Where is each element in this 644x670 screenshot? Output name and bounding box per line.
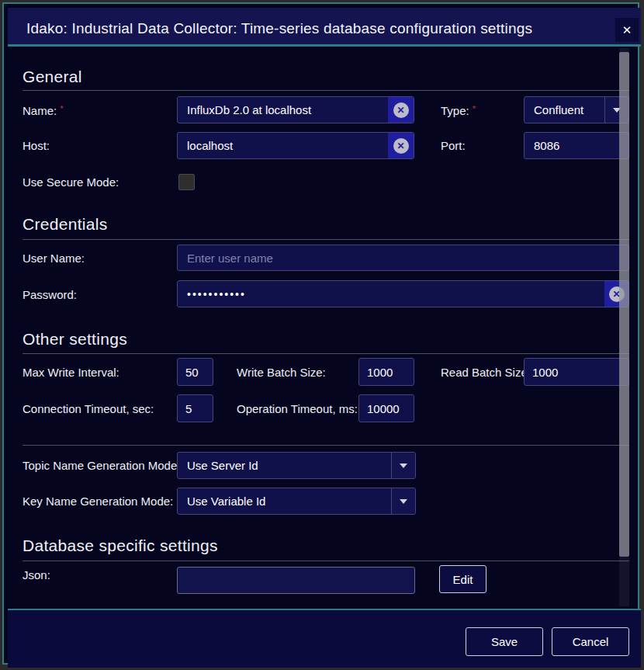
section-divider [23, 445, 629, 446]
max-write-interval-input[interactable] [178, 359, 213, 385]
connection-timeout-field[interactable] [177, 394, 213, 422]
max-write-interval-field[interactable] [177, 358, 213, 386]
operation-timeout-input[interactable] [359, 395, 414, 422]
operation-timeout-field[interactable] [358, 394, 414, 422]
port-input[interactable] [525, 133, 628, 158]
host-field[interactable]: ✕ [177, 132, 414, 159]
name-field[interactable]: ✕ [177, 96, 414, 123]
port-label: Port: [441, 139, 466, 152]
topic-mode-label: Topic Name Generation Mode: [23, 459, 180, 472]
connection-timeout-input[interactable] [178, 395, 213, 422]
cancel-button[interactable]: Cancel [552, 627, 629, 656]
chevron-down-icon [400, 463, 407, 468]
section-heading-credentials: Credentials [23, 215, 108, 234]
password-field[interactable]: ••••••••••• ✕ [177, 280, 629, 307]
write-batch-size-field[interactable] [358, 358, 414, 386]
json-label: Json: [23, 568, 50, 581]
type-dropdown-value: Confluent [525, 97, 604, 123]
heading-rule [23, 239, 629, 240]
close-button[interactable]: ✕ [615, 18, 639, 42]
cancel-button-label: Cancel [573, 635, 609, 648]
write-batch-size-input[interactable] [359, 359, 414, 385]
topic-mode-arrow-button[interactable] [391, 453, 415, 478]
read-batch-size-label: Read Batch Size: [441, 366, 531, 379]
port-field[interactable] [524, 132, 629, 159]
write-batch-size-label: Write Batch Size: [237, 366, 326, 379]
clear-icon: ✕ [393, 138, 409, 154]
json-input[interactable] [178, 568, 414, 593]
chevron-down-icon [400, 499, 407, 504]
key-mode-dropdown[interactable]: Use Variable Id [177, 488, 416, 515]
required-asterisk: * [60, 104, 63, 113]
read-batch-size-field[interactable] [524, 358, 629, 386]
title-bar: Idako: Industrial Data Collector: Time-s… [8, 8, 641, 44]
host-input[interactable] [178, 133, 388, 158]
key-mode-arrow-button[interactable] [391, 488, 415, 514]
heading-rule [23, 353, 629, 354]
section-heading-db-specific: Database specific settings [23, 536, 218, 555]
dialog-window: Idako: Industrial Data Collector: Time-s… [2, 2, 639, 665]
operation-timeout-label: Operation Timeout, ms: [237, 402, 358, 415]
section-heading-other-settings: Other settings [23, 330, 127, 349]
close-icon: ✕ [622, 23, 632, 37]
username-label: User Name: [23, 252, 85, 265]
type-label: Type:* [441, 104, 476, 117]
read-batch-size-input[interactable] [525, 359, 628, 385]
host-label: Host: [23, 139, 50, 152]
edit-button[interactable]: Edit [439, 565, 486, 593]
dialog-footer [8, 609, 641, 668]
type-dropdown[interactable]: Confluent [524, 96, 629, 123]
type-label-text: Type: [441, 104, 469, 117]
username-field[interactable] [177, 245, 629, 271]
max-write-interval-label: Max Write Interval: [23, 366, 119, 379]
section-heading-general: General [23, 68, 82, 86]
save-button-label: Save [491, 635, 518, 648]
host-clear-button[interactable]: ✕ [388, 133, 414, 158]
required-asterisk: * [473, 104, 476, 113]
secure-mode-checkbox[interactable] [178, 174, 195, 190]
screen: Idako: Industrial Data Collector: Time-s… [0, 0, 644, 670]
name-label: Name:* [23, 104, 63, 117]
heading-rule [23, 90, 629, 91]
name-input[interactable] [178, 97, 388, 123]
password-masked-value[interactable]: ••••••••••• [178, 281, 604, 307]
titlebar-separator [8, 44, 641, 47]
password-label: Password: [23, 288, 77, 301]
name-clear-button[interactable]: ✕ [388, 97, 414, 123]
topic-mode-value: Use Server Id [178, 453, 391, 478]
scrollbar-thumb[interactable] [619, 52, 629, 557]
key-mode-value: Use Variable Id [178, 488, 391, 514]
edit-button-label: Edit [453, 573, 473, 586]
topic-mode-dropdown[interactable]: Use Server Id [177, 452, 416, 479]
username-input[interactable] [178, 245, 628, 270]
save-button[interactable]: Save [466, 627, 543, 656]
connection-timeout-label: Connection Timeout, sec: [23, 402, 154, 415]
heading-rule [23, 561, 629, 561]
window-title: Idako: Industrial Data Collector: Time-s… [26, 20, 532, 37]
vertical-scrollbar[interactable] [619, 48, 629, 606]
json-field[interactable] [177, 567, 415, 594]
secure-mode-label: Use Secure Mode: [23, 175, 119, 189]
clear-icon: ✕ [393, 102, 409, 118]
key-mode-label: Key Name Generation Mode: [23, 495, 173, 508]
name-label-text: Name: [23, 104, 57, 117]
